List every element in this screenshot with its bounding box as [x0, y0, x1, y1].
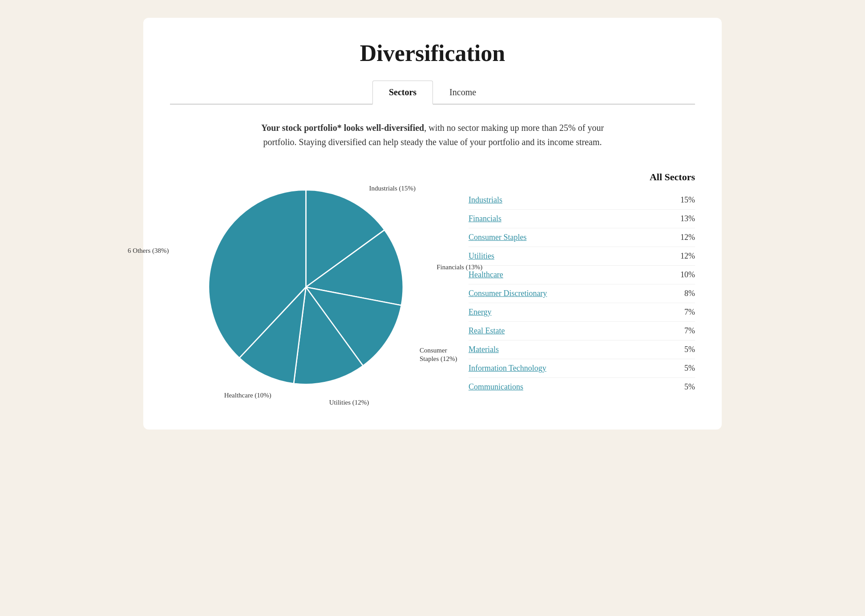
legend-item: Industrials 15% [469, 191, 695, 210]
legend-link[interactable]: Financials [469, 214, 501, 223]
chart-wrapper: Industrials (15%)Financials (13%)Consume… [170, 171, 442, 403]
chart-section: Industrials (15%)Financials (13%)Consume… [170, 171, 442, 403]
legend-pct: 10% [673, 270, 695, 280]
legend-link[interactable]: Industrials [469, 195, 502, 205]
legend-pct: 7% [673, 308, 695, 317]
legend-pct: 5% [673, 364, 695, 373]
legend-item: Energy 7% [469, 303, 695, 322]
legend-pct: 12% [673, 233, 695, 242]
legend-item: Communications 5% [469, 378, 695, 396]
legend-pct: 5% [673, 382, 695, 392]
legend-link[interactable]: Real Estate [469, 326, 505, 336]
content-area: Industrials (15%)Financials (13%)Consume… [170, 171, 695, 403]
chart-label: ConsumerStaples (12%) [420, 346, 457, 364]
chart-label: Financials (13%) [437, 263, 482, 272]
legend-item: Healthcare 10% [469, 266, 695, 284]
legend-link[interactable]: Utilities [469, 251, 494, 261]
legend-pct: 15% [673, 195, 695, 205]
legend-pct: 13% [673, 214, 695, 223]
page-container: Diversification Sectors Income Your stoc… [143, 18, 722, 430]
legend-item: Materials 5% [469, 340, 695, 359]
legend-title: All Sectors [469, 171, 695, 183]
tab-sectors[interactable]: Sectors [372, 81, 433, 105]
legend-link[interactable]: Energy [469, 308, 492, 317]
legend-link[interactable]: Materials [469, 345, 499, 354]
legend-link[interactable]: Information Technology [469, 364, 546, 373]
chart-label: Industrials (15%) [369, 184, 416, 193]
chart-label: 6 Others (38%) [128, 247, 169, 255]
legend-item: Consumer Staples 12% [469, 228, 695, 247]
legend-link[interactable]: Consumer Staples [469, 233, 527, 242]
legend-pct: 8% [673, 289, 695, 298]
legend-item: Information Technology 5% [469, 359, 695, 378]
legend-section: All Sectors Industrials 15% Financials 1… [469, 171, 695, 396]
legend-pct: 5% [673, 345, 695, 354]
chart-label: Healthcare (10%) [224, 391, 271, 400]
legend-item: Real Estate 7% [469, 322, 695, 340]
description-bold: Your stock portfolio* looks well-diversi… [261, 123, 424, 133]
tab-income[interactable]: Income [433, 81, 493, 105]
legend-pct: 7% [673, 326, 695, 336]
chart-label: Utilities (12%) [329, 398, 369, 407]
legend-item: Financials 13% [469, 210, 695, 228]
legend-item: Utilities 12% [469, 247, 695, 266]
legend-link[interactable]: Consumer Discretionary [469, 289, 547, 298]
legend-list: Industrials 15% Financials 13% Consumer … [469, 191, 695, 396]
description-text: Your stock portfolio* looks well-diversi… [259, 121, 606, 149]
legend-pct: 12% [673, 251, 695, 261]
legend-link[interactable]: Communications [469, 382, 523, 392]
legend-item: Consumer Discretionary 8% [469, 284, 695, 303]
page-title: Diversification [170, 40, 695, 66]
pie-chart [170, 171, 442, 403]
tabs-container: Sectors Income [170, 80, 695, 105]
